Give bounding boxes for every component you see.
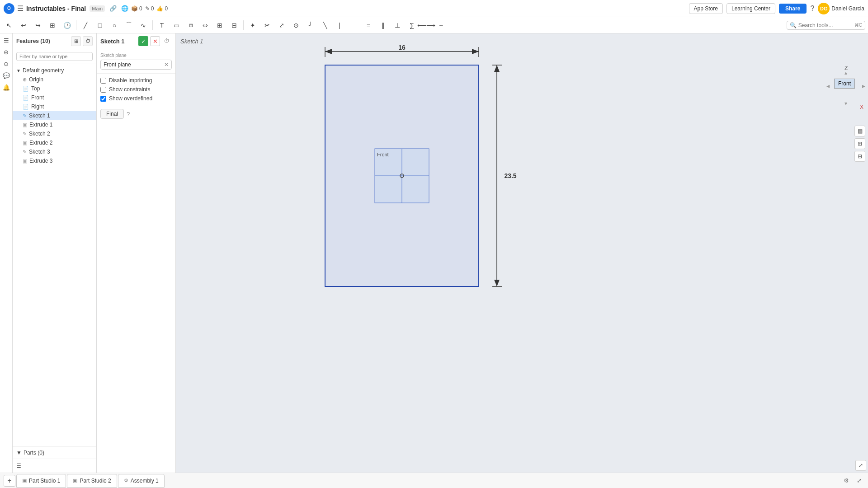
- toolbar-undo[interactable]: ↩: [17, 19, 30, 32]
- cube-arrow-up[interactable]: ▴: [844, 70, 847, 76]
- toolbar-angle[interactable]: ∑: [406, 19, 418, 32]
- sketch-panel-header: Sketch 1 ✓ ✕ ⏱: [97, 33, 175, 49]
- toolbar-measure[interactable]: ⟵⟶: [420, 19, 433, 32]
- view-cube-front[interactable]: Front: [834, 79, 855, 89]
- share-button[interactable]: Share: [779, 4, 807, 14]
- right-panel-btn-3[interactable]: ⊟: [854, 151, 865, 162]
- toolbar-select[interactable]: ↖: [3, 19, 15, 32]
- extrude-icon-1: ▣: [23, 122, 27, 128]
- toolbar-rect[interactable]: □: [94, 19, 106, 32]
- user-menu[interactable]: DG Daniel Garcia: [818, 3, 864, 14]
- option-disable-imprinting[interactable]: Disable imprinting: [100, 77, 172, 84]
- toolbar-mirror[interactable]: ⇔: [199, 19, 212, 32]
- tree-item-extrude2[interactable]: ▣ Extrude 2: [13, 138, 96, 147]
- bottom-settings-icon[interactable]: ⚙: [841, 475, 852, 486]
- topbar: O ☰ Instructables - Final Main 🔗 🌐 📦 0 ✎…: [0, 0, 868, 17]
- add-items-btn[interactable]: ☰: [16, 462, 93, 470]
- app-store-button[interactable]: App Store: [689, 3, 723, 14]
- toolbar-redo[interactable]: ↪: [32, 19, 44, 32]
- vert-history-btn[interactable]: ⊙: [1, 59, 11, 69]
- tab-assembly-1[interactable]: ⚙ Assembly 1: [118, 474, 165, 488]
- search-input[interactable]: [798, 22, 853, 28]
- toolbar-circle[interactable]: ○: [108, 19, 121, 32]
- final-button[interactable]: Final: [100, 109, 124, 119]
- final-help-icon[interactable]: ?: [127, 111, 130, 117]
- help-icon[interactable]: ?: [810, 5, 814, 13]
- topbar-counter-likes: 👍 0: [156, 5, 168, 12]
- tree-item-front[interactable]: 📄 Front: [13, 93, 96, 102]
- tree-item-extrude1[interactable]: ▣ Extrude 1: [13, 120, 96, 129]
- toolbar-history[interactable]: 🕐: [61, 19, 73, 32]
- features-insert-btn[interactable]: ⊞: [71, 36, 81, 46]
- canvas-expand-icon[interactable]: ⤢: [855, 460, 866, 471]
- option-show-overdefined[interactable]: Show overdefined: [100, 95, 172, 102]
- toolbar-offset[interactable]: ⊙: [290, 19, 302, 32]
- sketch-icon-1: ✎: [23, 113, 27, 119]
- toolbar-perp[interactable]: ⊥: [391, 19, 404, 32]
- search-icon: 🔍: [790, 22, 797, 28]
- default-geometry-header[interactable]: ▼ Default geometry: [13, 66, 96, 75]
- sketch-plane-close-icon[interactable]: ✕: [164, 61, 169, 68]
- sketch-accept-button[interactable]: ✓: [138, 36, 148, 46]
- canvas: Sketch 1 16 23.5: [176, 33, 868, 473]
- toolbar-extend[interactable]: ⤢: [275, 19, 288, 32]
- bottom-expand-icon[interactable]: ⤢: [854, 475, 864, 486]
- toolbar-text[interactable]: T: [156, 19, 168, 32]
- toolbar-fillet[interactable]: ╯: [304, 19, 317, 32]
- cube-arrow-right[interactable]: ▸: [862, 82, 865, 89]
- chevron-down-icon: ▼: [16, 68, 21, 73]
- toolbar-arc2[interactable]: ⌢: [434, 19, 447, 32]
- toolbar-trim[interactable]: ✂: [261, 19, 274, 32]
- add-tab-button[interactable]: +: [4, 475, 15, 487]
- tab-part-studio-2[interactable]: ▣ Part Studio 2: [67, 474, 117, 488]
- right-panel-btn-2[interactable]: ⊞: [854, 138, 865, 149]
- toolbar-toggle[interactable]: ⊞: [46, 19, 59, 32]
- toolbar-colinear[interactable]: |: [333, 19, 346, 32]
- toolbar-arc[interactable]: ⌒: [123, 19, 135, 32]
- cube-arrow-down[interactable]: ▾: [844, 100, 847, 107]
- tree-item-sketch2[interactable]: ✎ Sketch 2: [13, 129, 96, 138]
- toolbar-pattern[interactable]: ⧈: [184, 19, 197, 32]
- toolbar-equal2[interactable]: =: [362, 19, 375, 32]
- toolbar-parallel[interactable]: ∥: [377, 19, 389, 32]
- filter-input[interactable]: [16, 52, 93, 61]
- docs-icon: 📦: [131, 5, 138, 12]
- likes-icon: 👍: [156, 5, 163, 12]
- toolbar-grid[interactable]: ⊞: [213, 19, 226, 32]
- vert-comment-btn[interactable]: 💬: [1, 70, 11, 80]
- tree-item-origin[interactable]: ⊕ Origin: [13, 75, 96, 84]
- vert-features-btn[interactable]: ☰: [1, 35, 11, 45]
- option-show-constraints[interactable]: Show constraints: [100, 86, 172, 93]
- right-panel-btn-1[interactable]: ▤: [854, 126, 865, 136]
- tab-part-studio-1[interactable]: ▣ Part Studio 1: [16, 474, 66, 488]
- cube-arrow-left[interactable]: ◂: [826, 82, 830, 89]
- sketch-settings-icon[interactable]: ⏱: [162, 36, 172, 46]
- learning-center-button[interactable]: Learning Center: [726, 3, 775, 14]
- parts-header[interactable]: ▼ Parts (0): [16, 450, 93, 456]
- toolbar-spline[interactable]: ∿: [137, 19, 150, 32]
- toolbar-slot[interactable]: ▭: [170, 19, 183, 32]
- tree-item-top[interactable]: 📄 Top: [13, 84, 96, 93]
- tree-item-right[interactable]: 📄 Right: [13, 102, 96, 111]
- vert-notify-btn[interactable]: 🔔: [1, 82, 11, 92]
- disable-imprinting-checkbox[interactable]: [100, 78, 106, 84]
- plane-icon-top: 📄: [23, 86, 29, 92]
- tab-label-1: Part Studio 1: [29, 478, 60, 484]
- toolbar-point[interactable]: ✦: [246, 19, 259, 32]
- vert-settings-btn[interactable]: ⊕: [1, 47, 11, 57]
- features-history-btn[interactable]: ⏱: [83, 36, 93, 46]
- toolbar-equal[interactable]: —: [348, 19, 360, 32]
- show-constraints-checkbox[interactable]: [100, 87, 106, 93]
- tree-item-sketch3[interactable]: ✎ Sketch 3: [13, 147, 96, 156]
- sketch-reject-button[interactable]: ✕: [150, 36, 160, 46]
- toolbar-chamfer[interactable]: ╲: [319, 19, 331, 32]
- show-overdefined-checkbox[interactable]: [100, 96, 106, 102]
- tree-item-sketch1[interactable]: ✎ Sketch 1: [13, 111, 96, 120]
- toolbar-grid2[interactable]: ⊟: [228, 19, 241, 32]
- toolbar-search-box[interactable]: 🔍 ⌘C: [787, 21, 865, 30]
- topbar-link-icon[interactable]: 🔗: [109, 5, 117, 12]
- hamburger-menu[interactable]: ☰: [17, 4, 24, 13]
- tree-item-extrude3[interactable]: ▣ Extrude 3: [13, 156, 96, 165]
- topbar-globe-icon[interactable]: 🌐: [121, 5, 128, 12]
- toolbar-line[interactable]: ╱: [79, 19, 92, 32]
